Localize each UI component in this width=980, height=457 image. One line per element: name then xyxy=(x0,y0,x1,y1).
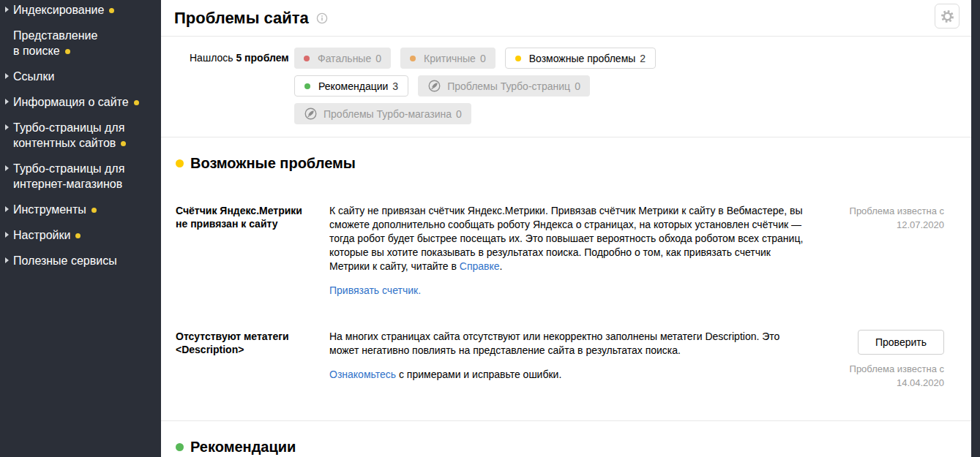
sidebar-item-label: Настройки xyxy=(13,229,70,241)
chip-label: Фатальные xyxy=(318,53,371,64)
sidebar-item-label: Инструменты xyxy=(13,203,86,216)
chevron-right-icon xyxy=(5,124,9,130)
chip-count: 3 xyxy=(392,80,398,92)
chip-label: Проблемы Турбо-магазина xyxy=(323,108,452,120)
rocket-icon xyxy=(427,79,441,93)
chip-count: 0 xyxy=(575,80,580,92)
known-since: Проблема известна с 12.07.2020 xyxy=(850,204,944,232)
chevron-right-icon xyxy=(5,7,9,12)
notification-dot xyxy=(65,49,70,54)
chip-label: Рекомендации xyxy=(318,80,388,92)
sidebar-item-turbo-content[interactable]: Турбо-страницы для контентных сайтов xyxy=(13,120,152,151)
bind-counter-link[interactable]: Привязать счетчик. xyxy=(329,284,421,296)
sidebar-item-label: Турбо-страницы для контентных сайтов xyxy=(13,121,124,149)
sidebar-item-tools[interactable]: Инструменты xyxy=(13,202,152,217)
issue-title: Отсутствуют метатеги <Description> xyxy=(176,330,329,390)
possible-dot-icon xyxy=(176,159,184,167)
chip-label: Возможные проблемы xyxy=(529,53,636,64)
notification-dot xyxy=(134,100,139,105)
chip-count: 0 xyxy=(480,53,486,64)
recommend-dot-icon xyxy=(304,83,310,89)
chip-label: Проблемы Турбо-страниц xyxy=(447,80,570,92)
section-possible-problems: Возможные проблемы Счётчик Яндекс.Метрик… xyxy=(161,155,971,421)
issue-meta: Проверить Проблема известна с 14.04.2020 xyxy=(809,330,971,390)
sidebar-item-settings[interactable]: Настройки xyxy=(13,227,152,243)
chip-count: 2 xyxy=(640,53,646,64)
filters-bar: Нашлось 5 проблем Фатальные 0 Критичные … xyxy=(161,37,971,137)
sidebar: Индексирование Представление в поиске Сс… xyxy=(0,0,161,457)
recommend-dot-icon xyxy=(176,443,184,451)
sidebar-item-label: Полезные сервисы xyxy=(13,254,117,267)
page-header: Проблемы сайта xyxy=(161,0,971,37)
chevron-right-icon xyxy=(5,73,9,79)
issue-missing-description: Отсутствуют метатеги <Description> На мн… xyxy=(161,330,971,390)
issue-description: К сайту не привязан счётчик Яндекс.Метри… xyxy=(329,204,809,298)
sidebar-item-search-appearance[interactable]: Представление в поиске xyxy=(13,28,152,58)
section-recommendations: Рекомендации Не указаны регионы в Яндекс… xyxy=(161,439,971,457)
sidebar-item-useful-services[interactable]: Полезные сервисы xyxy=(13,253,152,268)
filter-chip-critical[interactable]: Критичные 0 xyxy=(400,48,495,69)
chevron-right-icon xyxy=(5,99,9,105)
section-title: Рекомендации xyxy=(190,439,296,456)
section-title: Возможные проблемы xyxy=(190,155,356,172)
sidebar-item-site-info[interactable]: Информация о сайте xyxy=(13,94,152,110)
notification-dot xyxy=(91,208,97,213)
chevron-right-icon xyxy=(5,232,9,238)
chip-label: Критичные xyxy=(424,53,476,64)
filter-chip-recommendations[interactable]: Рекомендации 3 xyxy=(294,75,408,97)
chevron-right-icon xyxy=(5,165,9,171)
right-dark-edge xyxy=(971,0,980,457)
info-icon[interactable] xyxy=(316,12,328,24)
notification-dot xyxy=(109,8,114,13)
fatal-dot-icon xyxy=(304,56,310,61)
sidebar-item-label: Индексирование xyxy=(13,4,104,16)
help-link[interactable]: Справке xyxy=(460,260,500,272)
notification-dot xyxy=(121,141,126,146)
sidebar-item-label: Ссылки xyxy=(13,70,54,83)
issue-metrika-counter: Счётчик Яндекс.Метрики не привязан к сай… xyxy=(161,204,971,298)
sidebar-item-turbo-shop[interactable]: Турбо-страницы для интернет-магазинов xyxy=(13,161,152,192)
filter-chip-fatal[interactable]: Фатальные 0 xyxy=(294,48,391,69)
notification-dot xyxy=(75,233,81,238)
critical-dot-icon xyxy=(410,56,416,61)
chip-count: 0 xyxy=(456,108,462,120)
examples-link[interactable]: Ознакомьтесь xyxy=(329,369,396,380)
gear-icon xyxy=(940,9,955,24)
filter-chips: Фатальные 0 Критичные 0 Возможные пробле… xyxy=(294,48,763,124)
filter-chip-possible-problems[interactable]: Возможные проблемы 2 xyxy=(505,48,656,69)
chevron-right-icon xyxy=(5,257,9,263)
filter-chip-turbo-pages[interactable]: Проблемы Турбо-страниц 0 xyxy=(418,75,590,97)
issue-title: Счётчик Яндекс.Метрики не привязан к сай… xyxy=(176,204,329,298)
issue-meta: Проблема известна с 12.07.2020 xyxy=(809,204,971,298)
settings-gear-button[interactable] xyxy=(935,4,960,29)
sidebar-item-label: Турбо-страницы для интернет-магазинов xyxy=(13,162,124,190)
rocket-icon xyxy=(304,107,318,121)
known-since: Проблема известна с 14.04.2020 xyxy=(850,362,944,390)
sidebar-item-links[interactable]: Ссылки xyxy=(13,69,152,84)
check-button[interactable]: Проверить xyxy=(858,330,944,355)
yandex-webmaster-app: Индексирование Представление в поиске Сс… xyxy=(0,0,980,457)
issue-description: На многих страницах сайта отсутствуют ил… xyxy=(329,330,809,390)
chevron-right-icon xyxy=(5,206,9,212)
sidebar-item-label: Представление в поиске xyxy=(13,29,97,57)
chip-count: 0 xyxy=(375,53,381,64)
main-content: Проблемы сайта Нашлось 5 проблем xyxy=(161,0,980,457)
filter-chip-turbo-shop[interactable]: Проблемы Турбо-магазина 0 xyxy=(294,103,471,124)
page-title: Проблемы сайта xyxy=(174,9,309,28)
section-header: Возможные проблемы xyxy=(176,155,971,172)
section-header: Рекомендации xyxy=(176,439,971,456)
possible-dot-icon xyxy=(515,56,521,61)
sidebar-item-indexing[interactable]: Индексирование xyxy=(13,2,152,18)
problems-found-count: Нашлось 5 проблем xyxy=(190,48,294,124)
sidebar-item-label: Информация о сайте xyxy=(13,96,129,108)
